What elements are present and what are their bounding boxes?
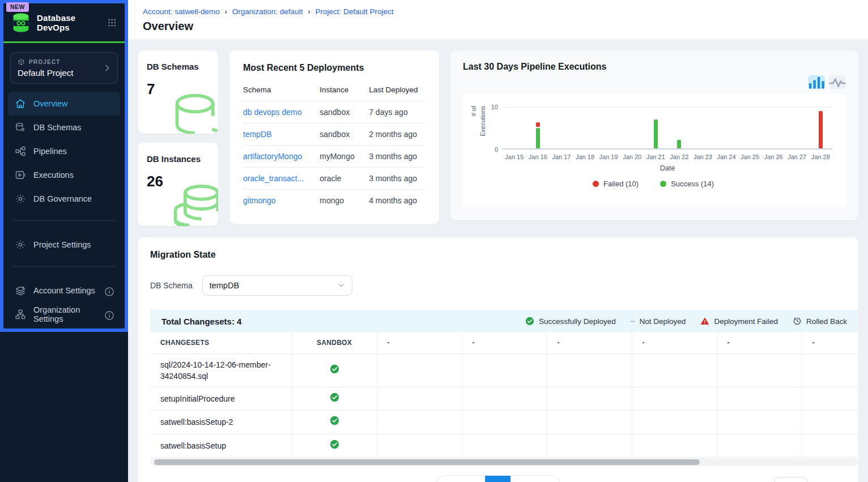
- column-header-changesets: CHANGESETS: [150, 332, 292, 353]
- failed-bar[interactable]: [536, 122, 540, 126]
- y-tick-label: 0: [495, 146, 498, 153]
- sidebar-item-organization-settings[interactable]: Organization Settings: [8, 302, 120, 326]
- per-page-select[interactable]: 10: [775, 477, 807, 482]
- warning-triangle-icon: [700, 317, 709, 326]
- line-chart-toggle[interactable]: [829, 75, 846, 89]
- breadcrumb-account-link[interactable]: Account: satwell-demo: [143, 7, 220, 16]
- schema-link[interactable]: oracle_transact...: [243, 174, 304, 183]
- migration-title: Migration State: [138, 250, 858, 260]
- sidebar-item-account-settings[interactable]: Account Settings: [8, 279, 120, 302]
- schema-link[interactable]: gitmongo: [243, 196, 276, 205]
- success-bar[interactable]: [536, 128, 540, 149]
- sidebar-item-pipelines[interactable]: Pipelines: [8, 139, 120, 163]
- changeset-empty-cell: [717, 411, 802, 434]
- breadcrumb: Account: satwell-demo › Organization: de…: [143, 7, 868, 16]
- x-axis-line: [503, 148, 832, 150]
- x-tick-label: Jan 25: [738, 153, 762, 160]
- changeset-empty-cell: [377, 411, 462, 434]
- success-check-icon: [330, 440, 339, 449]
- x-tick-label: Jan 21: [644, 153, 667, 160]
- changeset-empty-cell: [632, 434, 717, 457]
- apps-grid-icon[interactable]: [107, 17, 117, 28]
- chart-legend: Failed (10)Success (14): [469, 180, 838, 188]
- breadcrumb-organization-link[interactable]: Organization: default: [232, 7, 303, 16]
- x-tick-label: Jan 28: [809, 153, 833, 160]
- page-1-button[interactable]: 1: [486, 476, 511, 482]
- sidebar-item-label: Overview: [33, 99, 67, 108]
- sidebar-divider: [12, 220, 116, 221]
- x-tick-label: Jan 17: [550, 153, 573, 160]
- changeset-empty-cell: [717, 387, 802, 411]
- success-bar[interactable]: [677, 140, 681, 148]
- info-icon[interactable]: [104, 286, 113, 296]
- database-icon: [171, 91, 218, 134]
- db-schemas-icon: [15, 122, 26, 133]
- x-tick-label: Jan 18: [573, 153, 597, 160]
- chart-bar-slot: [644, 107, 667, 148]
- chart-bar-slot: [620, 107, 644, 148]
- changesets-table: CHANGESETSSANDBOX------sql/2024-10-14-12…: [150, 332, 858, 458]
- bar-chart-toggle[interactable]: [808, 75, 825, 89]
- schema-link[interactable]: tempDB: [243, 130, 272, 139]
- sidebar-item-overview[interactable]: Overview: [8, 92, 120, 116]
- pipelines-icon: [15, 146, 26, 157]
- changeset-sandbox-cell: [292, 353, 377, 387]
- deployment-schema-cell: db devops demo: [243, 101, 320, 123]
- chart-type-toggles: [463, 75, 846, 89]
- sidebar-item-executions[interactable]: Executions: [8, 163, 120, 187]
- chart-bar-slot: [761, 107, 785, 148]
- legend-item: Success (14): [660, 180, 714, 188]
- column-header-instance: Instance: [320, 81, 369, 101]
- scrollbar-thumb[interactable]: [154, 459, 700, 465]
- db-schema-select[interactable]: tempDB: [202, 275, 352, 296]
- chart-bar-slot: [526, 107, 550, 148]
- app-title: Database DevOps: [37, 13, 101, 32]
- x-tick-label: Jan 20: [620, 153, 644, 160]
- changeset-empty-cell: [632, 353, 717, 387]
- prev-button[interactable]: ← Prev: [436, 476, 485, 482]
- status-legend: Successfully Deployed–Not DeployedDeploy…: [525, 317, 847, 326]
- horizontal-scrollbar[interactable]: [150, 458, 858, 466]
- success-bar[interactable]: [654, 120, 658, 148]
- chart-bar-slot: [667, 107, 691, 148]
- sidebar-highlight-box: NEW Database DevOps: [0, 0, 128, 332]
- sidebar-footer-space: [0, 332, 128, 482]
- x-tick-label: Jan 15: [503, 153, 526, 160]
- x-tick-label: Jan 23: [691, 153, 715, 160]
- x-tick-label: Jan 22: [667, 153, 691, 160]
- changeset-row: setupInitialProcedure: [150, 387, 858, 411]
- app-root: NEW Database DevOps: [0, 0, 868, 482]
- changeset-empty-cell: [547, 434, 632, 457]
- column-header-empty: -: [802, 332, 858, 353]
- main-area: Account: satwell-demo › Organization: de…: [128, 0, 868, 482]
- migration-state-card: Migration State DB Schema tempDB Total C…: [138, 237, 858, 482]
- changeset-empty-cell: [802, 434, 858, 457]
- sidebar-item-db-schemas[interactable]: DB Schemas: [8, 116, 120, 139]
- project-selector[interactable]: PROJECT Default Project: [10, 52, 118, 84]
- db-instances-card: DB Instances 26: [138, 143, 218, 226]
- info-icon[interactable]: [104, 310, 113, 319]
- chart-panel: # ofExecutions 100 Jan 15Jan 16Jan 17Jan…: [463, 93, 846, 207]
- column-header-schema: Schema: [243, 81, 320, 101]
- sidebar-divider: [12, 266, 116, 267]
- sidebar-item-project-settings[interactable]: Project Settings: [8, 233, 120, 257]
- database-devops-logo-icon: [11, 12, 31, 33]
- deployment-schema-cell: oracle_transact...: [243, 168, 320, 190]
- sidebar-item-db-governance[interactable]: DB Governance: [8, 187, 120, 211]
- stat-title: DB Schemas: [147, 62, 209, 71]
- changesets-summary-bar: Total Changesets: 4 Successfully Deploye…: [150, 310, 858, 332]
- deployment-schema-cell: gitmongo: [243, 190, 320, 212]
- y-tick-label: 10: [491, 104, 498, 110]
- changeset-name-cell: satwell:basisSetup-2: [150, 411, 292, 434]
- deployments-title: Most Recent 5 Deployments: [243, 63, 426, 73]
- schema-link[interactable]: artifactoryMongo: [243, 152, 302, 161]
- deployment-date-cell: 7 days ago: [369, 101, 426, 123]
- next-button[interactable]: Next →: [511, 476, 560, 482]
- changeset-empty-cell: [802, 411, 858, 434]
- chart-bar-slot: [809, 107, 833, 148]
- schema-link[interactable]: db devops demo: [243, 108, 302, 117]
- changeset-empty-cell: [377, 353, 462, 387]
- breadcrumb-project-link[interactable]: Project: Default Project: [315, 7, 393, 16]
- failed-bar[interactable]: [819, 111, 823, 148]
- chart-bar-slot: [550, 107, 573, 148]
